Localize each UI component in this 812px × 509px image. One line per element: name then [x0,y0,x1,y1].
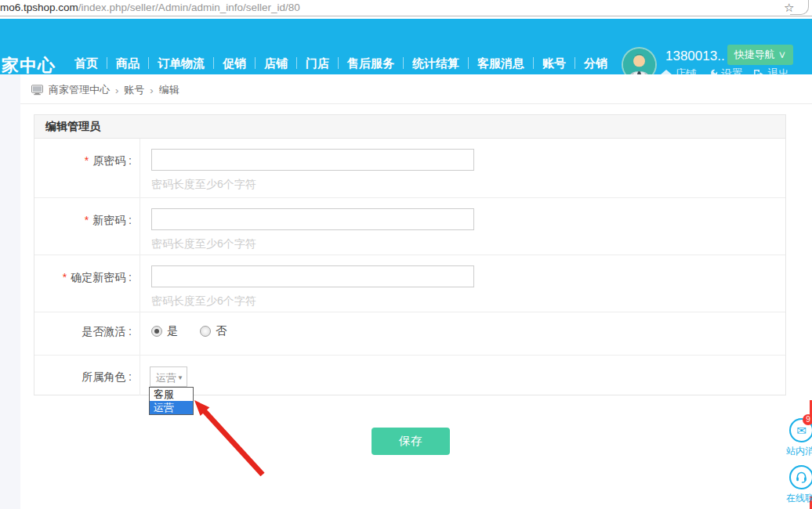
required-asterisk: * [85,214,89,226]
confirm-password-input[interactable] [151,265,474,287]
required-asterisk: * [85,154,89,167]
breadcrumb-edit[interactable]: 编辑 [159,83,179,97]
bookmark-star-icon[interactable]: ☆ [784,1,794,15]
user-phone-number: 1380013.. [665,49,725,64]
breadcrumb-bar: 商家管理中心 › 账号 › 编辑 [20,74,812,104]
breadcrumb-merchant-center[interactable]: 商家管理中心 [49,83,110,97]
role-label-cell: 所属角色 : [34,356,140,395]
active-label-cell: 是否激活 : [34,312,140,355]
new-password-row: *新密码 : 密码长度至少6个字符 [34,197,785,254]
nav-account[interactable]: 账号 [534,57,575,69]
quick-nav-label: 快捷导航 [734,49,775,60]
browser-address-bar[interactable]: mo6.tpshop.com/index.php/seller/Admin/ad… [0,0,812,16]
nav-distribution[interactable]: 分销 [575,57,616,69]
active-yes-option[interactable]: 是 [151,324,178,338]
radio-selected-icon[interactable] [151,326,162,337]
chevron-down-icon: ∨ [778,49,786,60]
old-password-input[interactable] [151,149,474,171]
old-password-label: *原密码 : [85,154,132,168]
site-message-label[interactable]: 站内消 [786,445,812,458]
old-password-hint: 密码长度至少6个字符 [151,178,256,192]
new-password-hint: 密码长度至少6个字符 [151,237,256,251]
new-password-label-cell: *新密码 : [34,198,140,254]
page-url[interactable]: mo6.tpshop.com/index.php/seller/Admin/ad… [0,2,300,13]
nav-statistics[interactable]: 统计结算 [404,57,469,69]
required-asterisk: * [63,271,67,283]
nav-after-sale[interactable]: 售后服务 [339,57,404,69]
breadcrumb-account[interactable]: 账号 [124,83,144,97]
breadcrumb: 商家管理中心 › 账号 › 编辑 [31,83,179,97]
active-label: 是否激活 : [82,325,132,339]
nav-home[interactable]: 首页 [74,57,107,69]
url-host: mo6.tpshop.com [0,2,78,13]
mail-icon: ✉ [796,424,807,436]
nav-store[interactable]: 门店 [297,57,339,69]
message-count-badge: 9 [803,414,812,425]
annotation-arrow [182,393,272,481]
new-password-label: *新密码 : [85,214,132,228]
role-dropdown-list: 客服 运营 [149,387,194,415]
nav-shop[interactable]: 店铺 [256,57,297,69]
online-contact-label[interactable]: 在线联 [786,492,812,505]
old-password-label-text: 原密码 : [92,154,132,167]
nav-goods[interactable]: 商品 [107,57,149,69]
radio-unselected-icon[interactable] [200,326,211,337]
edit-admin-panel: 编辑管理员 *原密码 : 密码长度至少6个字符 *新密码 : 密码长度至少6个字… [34,114,786,395]
active-radio-group: 是 否 [151,324,227,338]
headset-icon [795,471,808,484]
breadcrumb-separator: › [150,85,153,96]
url-path: /index.php/seller/Admin/admin_info/selle… [78,2,300,13]
role-row: 所属角色 : 运营 ▼ [34,355,785,395]
online-contact-button[interactable] [789,465,812,489]
role-option-operation[interactable]: 运营 [150,401,193,414]
nav-promotion[interactable]: 促销 [214,57,256,69]
confirm-password-hint: 密码长度至少6个字符 [151,294,256,309]
top-header: 家中心 首页 商品 订单物流 促销 店铺 门店 售后服务 统计结算 客服消息 账… [0,19,812,74]
confirm-password-label: *确定新密码 : [63,271,132,285]
left-gutter [0,74,20,509]
old-password-row: *原密码 : 密码长度至少6个字符 [34,139,785,197]
active-no-option[interactable]: 否 [200,324,227,338]
confirm-password-label-text: 确定新密码 : [71,271,132,283]
save-button[interactable]: 保存 [372,428,450,455]
monitor-icon [31,85,43,96]
breadcrumb-separator: › [115,85,118,96]
confirm-password-row: *确定新密码 : 密码长度至少6个字符 [34,254,785,312]
main-nav: 首页 商品 订单物流 促销 店铺 门店 售后服务 统计结算 客服消息 账号 分销 [74,57,616,69]
old-password-label-cell: *原密码 : [34,139,140,197]
role-select-value: 运营 [156,371,176,385]
role-option-service[interactable]: 客服 [150,388,193,401]
active-yes-label[interactable]: 是 [167,324,178,338]
role-select[interactable]: 运营 ▼ [150,366,187,387]
nav-service-message[interactable]: 客服消息 [469,57,534,69]
quick-nav-button[interactable]: 快捷导航 ∨ [727,45,793,65]
active-no-label[interactable]: 否 [216,324,227,338]
nav-order-logistics[interactable]: 订单物流 [149,57,214,69]
select-caret-icon: ▼ [177,374,183,381]
role-label: 所属角色 : [82,370,132,384]
new-password-label-text: 新密码 : [92,214,132,226]
panel-title: 编辑管理员 [34,115,785,139]
new-password-input[interactable] [151,208,474,230]
confirm-password-label-cell: *确定新密码 : [34,255,140,312]
active-row: 是否激活 : 是 否 [34,312,785,355]
